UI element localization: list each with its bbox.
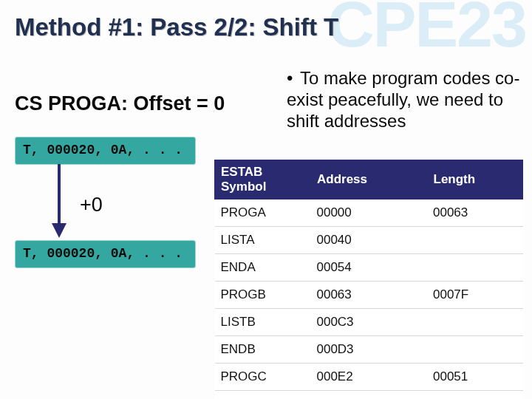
cell-length: [427, 254, 523, 282]
cell-length: 00051: [427, 364, 523, 391]
cell-address: 00112: [310, 391, 427, 400]
col-symbol-label: ESTAB Symbol: [221, 165, 266, 194]
slide: Method #1: Pass 2/2: Shift T • To make p…: [0, 0, 532, 399]
cell-length: [427, 227, 523, 254]
svg-marker-1: [52, 223, 66, 238]
cell-address: 000E2: [310, 364, 427, 391]
cell-symbol: ENDB: [215, 336, 311, 364]
cell-length: 00063: [427, 200, 523, 227]
table-body: PROGA 00000 00063 LISTA 00040 ENDA 00054…: [215, 200, 523, 400]
col-length: Length: [427, 160, 523, 200]
t-record-box-after: T, 000020, 0A, . . .: [15, 240, 196, 268]
cell-address: 00063: [310, 282, 427, 309]
bullet-dot: •: [287, 68, 300, 89]
cell-address: 000D3: [310, 336, 427, 364]
cell-address: 00054: [310, 254, 427, 282]
table-header-row: ESTAB Symbol Address Length: [215, 160, 523, 200]
cell-symbol: ENDA: [215, 254, 311, 282]
col-symbol: ESTAB Symbol: [215, 160, 311, 200]
table-row: LISTA 00040: [215, 227, 523, 254]
table-row: PROGA 00000 00063: [215, 200, 523, 227]
slide-subtitle: CS PROGA: Offset = 0: [15, 92, 225, 115]
table-row: LISTB 000C3: [215, 309, 523, 336]
col-address: Address: [310, 160, 427, 200]
cell-length: [427, 336, 523, 364]
cell-symbol: PROGA: [215, 200, 311, 227]
cell-address: 000C3: [310, 309, 427, 336]
cell-symbol: PROGC: [215, 364, 311, 391]
slide-title: Method #1: Pass 2/2: Shift T: [15, 13, 338, 41]
bullet-body: To make program codes co-exist peacefull…: [287, 68, 519, 131]
cell-length: [427, 391, 523, 400]
table-row: PROGC 000E2 00051: [215, 364, 523, 391]
table-row: ENDB 000D3: [215, 336, 523, 364]
t-record-box-before: T, 000020, 0A, . . .: [15, 137, 196, 165]
offset-label: +0: [80, 194, 103, 216]
cell-length: 0007F: [427, 282, 523, 309]
cell-address: 00040: [310, 227, 427, 254]
cell-length: [427, 309, 523, 336]
cell-symbol: LISTA: [215, 227, 311, 254]
down-arrow-icon: [50, 164, 68, 239]
estab-table: ESTAB Symbol Address Length PROGA 00000 …: [214, 160, 523, 399]
table-row: LISTC 00112: [215, 391, 523, 400]
cell-symbol: PROGB: [215, 282, 311, 309]
table-row: ENDA 00054: [215, 254, 523, 282]
cell-address: 00000: [310, 200, 427, 227]
bullet-text: • To make program codes co-exist peacefu…: [287, 68, 523, 132]
table-row: PROGB 00063 0007F: [215, 282, 523, 309]
cell-symbol: LISTB: [215, 309, 311, 336]
cell-symbol: LISTC: [215, 391, 311, 400]
